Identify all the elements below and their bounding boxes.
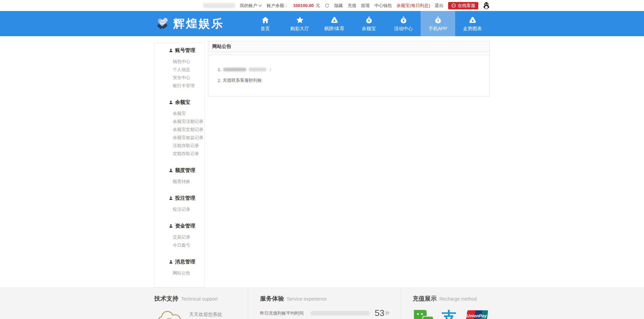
cloud-logo-text: Fa <box>166 317 174 319</box>
footer-recharge-column: 充值展示 Recharge method 支 <box>401 288 490 319</box>
nav-item-home[interactable]: 首页 <box>248 11 282 36</box>
nav-item-lottery-hall[interactable]: 购彩大厅 <box>282 11 317 36</box>
sidebar-item-bet-records[interactable]: 投注记录 <box>155 205 204 213</box>
top-account-bar: 我的账户 账户余额： 100100.00 元 隐藏 充值 提现 中心钱包 余额宝… <box>0 0 644 11</box>
sidebar-section-betting: 投注管理 投注记录 <box>155 195 204 213</box>
person-icon <box>169 168 173 173</box>
service-subtitle: Service experience <box>287 296 327 302</box>
refresh-icon[interactable] <box>325 3 329 8</box>
svg-text:¥: ¥ <box>402 18 404 22</box>
sidebar-title-quota[interactable]: 额度管理 <box>155 167 204 174</box>
announcement-item-1: 1. ： <box>218 66 480 72</box>
sidebar-item-today-profit-loss[interactable]: 今日盈亏 <box>155 241 204 249</box>
sidebar-item-transaction-records[interactable]: 交易记录 <box>155 233 204 241</box>
person-icon <box>169 100 173 105</box>
money-bag-icon: ¥ <box>434 16 442 24</box>
announcement-item-2: 2. 充值联系客服秒到账 <box>218 77 480 83</box>
home-icon <box>261 16 270 24</box>
alipay-icon: 支 <box>441 309 457 319</box>
sidebar-section-messages: 消息管理 网站公告 <box>155 259 204 277</box>
recharge-link[interactable]: 充值 <box>347 3 356 9</box>
wechat-pay-icon <box>413 308 434 319</box>
sidebar-section-quota: 额度管理 额度转换 <box>155 167 204 186</box>
board-games-icon <box>330 16 339 24</box>
sidebar-title-funds[interactable]: 资金管理 <box>155 223 204 229</box>
center-wallet-link[interactable]: 中心钱包 <box>374 3 392 9</box>
username-redacted <box>203 3 235 8</box>
svg-text:¥: ¥ <box>437 18 439 22</box>
online-service-button[interactable]: 在线客服 <box>448 2 478 9</box>
sidebar-title-yuebao[interactable]: 余额宝 <box>155 99 204 106</box>
sidebar-item-yuebao-fixed-records[interactable]: 余额宝定期记录 <box>155 126 204 134</box>
balance-value: 100100.00 <box>293 3 314 8</box>
yuebao-interest-link[interactable]: 余额宝(每日利息) <box>396 3 430 9</box>
sidebar-title-messages[interactable]: 消息管理 <box>155 259 204 265</box>
sidebar-title-betting[interactable]: 投注管理 <box>155 195 204 201</box>
sidebar-item-wallet-center[interactable]: 钱包中心 <box>155 58 204 66</box>
handshake-icon <box>154 16 170 31</box>
recharge-title: 充值展示 <box>413 295 437 303</box>
chevron-down-icon <box>258 4 262 7</box>
recharge-time-value: 53 <box>375 308 384 318</box>
hide-balance-link[interactable]: 隐藏 <box>334 3 343 9</box>
withdraw-link[interactable]: 提现 <box>361 3 370 9</box>
person-icon <box>169 260 173 264</box>
sidebar-section-funds: 资金管理 交易记录 今日盈亏 <box>155 223 204 249</box>
service-title: 服务体验 <box>260 295 284 303</box>
sidebar-title-account[interactable]: 账号管理 <box>155 47 204 54</box>
svg-text:¥: ¥ <box>368 18 370 22</box>
money-bag-icon: ¥ <box>365 16 373 24</box>
sidebar-item-current-deposit-records[interactable]: 活期存取记录 <box>155 142 204 150</box>
redacted-text <box>249 68 266 71</box>
unionpay-icon: UnionPay 银联 <box>464 309 489 319</box>
person-icon <box>169 48 173 53</box>
recharge-time-unit: 秒 <box>385 310 389 316</box>
nav-item-trend-charts[interactable]: 走势图表 <box>455 11 490 36</box>
nav-item-board-sports[interactable]: 棋牌/体育 <box>317 11 352 36</box>
person-icon <box>169 196 173 200</box>
money-bag-icon: ¥ <box>399 16 408 24</box>
recharge-subtitle: Recharge method <box>439 296 477 302</box>
nav-item-activity-center[interactable]: ¥ 活动中心 <box>386 11 421 36</box>
trend-icon <box>468 16 477 24</box>
sidebar-item-yuebao-current-records[interactable]: 余额宝活期记录 <box>155 118 204 126</box>
balance-unit: 元 <box>316 3 320 9</box>
progress-track <box>310 311 370 315</box>
brand-name: 辉煌娱乐 <box>173 16 224 31</box>
sidebar-item-yuebao[interactable]: 余额宝 <box>155 110 204 118</box>
redacted-text <box>223 68 246 71</box>
sidebar-item-yuebao-profit-records[interactable]: 余额宝收益记录 <box>155 134 204 142</box>
qq-penguin-icon[interactable] <box>483 2 490 9</box>
brand-logo[interactable]: 辉煌娱乐 <box>154 16 224 31</box>
person-icon <box>169 224 173 228</box>
service-row-recharge-time: 昨日充值到账平均时间 53 秒 <box>260 308 400 318</box>
sidebar-item-bank-card[interactable]: 银行卡管理 <box>155 82 204 90</box>
logout-link[interactable]: 退出 <box>435 3 443 9</box>
nav-item-mobile-app[interactable]: ¥ 手机APP <box>421 11 455 36</box>
footer-support-column: 技术支持 Technical support Fa 天天欢迎您系统 专业彩票系统… <box>154 288 248 319</box>
main-panel: 网站公告 1. ： 2. 充值联系客服秒到账 <box>208 41 490 97</box>
cloud-logo-icon: Fa <box>154 308 185 319</box>
sidebar-item-fixed-deposit-records[interactable]: 定期存取记录 <box>155 150 204 158</box>
sidebar-section-yuebao: 余额宝 余额宝 余额宝活期记录 余额宝定期记录 余额宝收益记录 活期存取记录 定… <box>155 99 204 158</box>
nav-item-yuebao[interactable]: ¥ 余额宝 <box>352 11 386 36</box>
footer-service-column: 服务体验 Service experience 昨日充值到账平均时间 53 秒 … <box>248 288 401 319</box>
support-line-1: 天天欢迎您系统 <box>189 310 227 319</box>
panel-title: 网站公告 <box>208 41 490 52</box>
main-navbar: 辉煌娱乐 首页 购彩大厅 棋牌/体育 ¥ 余额宝 ¥ 活动中心 <box>0 11 644 36</box>
unionpay-text-en: UnionPay <box>467 313 487 318</box>
my-account-dropdown[interactable]: 我的账户 <box>240 3 262 9</box>
sidebar-item-personal-info[interactable]: 个人信息 <box>155 66 204 74</box>
headset-face-icon <box>451 3 456 8</box>
sidebar-item-quota-convert[interactable]: 额度转换 <box>155 178 204 186</box>
sidebar: 账号管理 钱包中心 个人信息 安全中心 银行卡管理 余额宝 余额宝 余额宝活期记… <box>154 43 205 288</box>
sidebar-item-security-center[interactable]: 安全中心 <box>155 74 204 82</box>
sidebar-section-account: 账号管理 钱包中心 个人信息 安全中心 银行卡管理 <box>155 47 204 90</box>
support-subtitle: Technical support <box>181 296 218 302</box>
announcement-body: 1. ： 2. 充值联系客服秒到账 <box>208 55 490 97</box>
star-icon <box>296 16 304 24</box>
balance-label: 账户余额： <box>267 3 288 9</box>
page-footer: 技术支持 Technical support Fa 天天欢迎您系统 专业彩票系统… <box>0 288 644 319</box>
sidebar-item-site-announcement[interactable]: 网站公告 <box>155 269 204 277</box>
content-area: 账号管理 钱包中心 个人信息 安全中心 银行卡管理 余额宝 余额宝 余额宝活期记… <box>0 36 644 288</box>
